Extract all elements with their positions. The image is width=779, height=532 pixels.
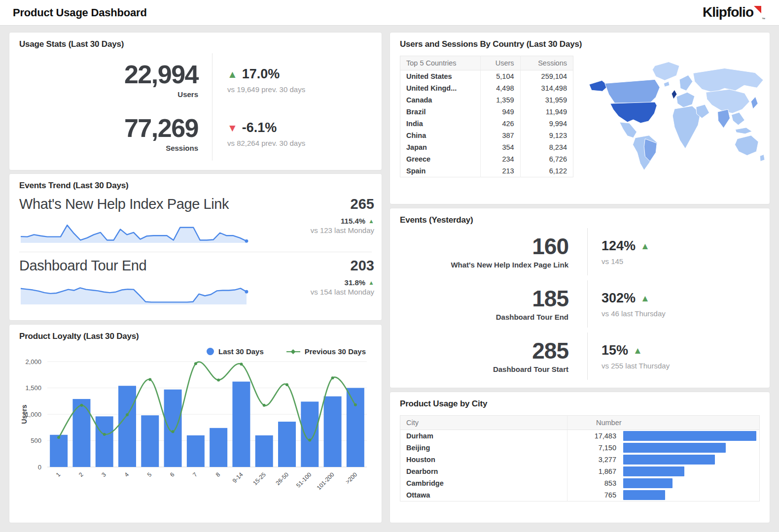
legend-label: Last 30 Days xyxy=(218,347,264,356)
country-cell: Japan xyxy=(400,141,481,153)
city-table: City Number Durham17,483Beijing7,150Hous… xyxy=(400,415,760,501)
table-row: Durham17,483 xyxy=(400,430,759,442)
klipfolio-flag-icon xyxy=(754,6,761,13)
blue-dot-icon xyxy=(207,348,214,355)
svg-text:8: 8 xyxy=(214,471,222,478)
sessions-cell: 9,123 xyxy=(520,130,573,141)
event-value: 185 xyxy=(532,287,568,310)
svg-text:500: 500 xyxy=(31,437,41,444)
chart-legend: Last 30 Days Previous 30 Days xyxy=(19,347,366,356)
country-table: Top 5 Countries Users Sessions United St… xyxy=(400,56,573,177)
scandinavia-region xyxy=(679,75,693,91)
city-usage-bar xyxy=(623,431,756,441)
svg-text:51-100: 51-100 xyxy=(295,471,313,489)
trend-left: Dashboard Tour End xyxy=(19,258,250,307)
svg-text:5: 5 xyxy=(146,471,153,478)
loyalty-bar xyxy=(324,397,342,467)
event-row-whats-new: 160 What's New Help Index Page Link 124%… xyxy=(400,228,760,275)
users-value: 22,994 xyxy=(124,62,198,88)
country-panel-title: Users and Sessions By Country (Last 30 D… xyxy=(400,39,760,49)
svg-text:1,500: 1,500 xyxy=(25,384,41,392)
greenland-region xyxy=(652,62,679,81)
sessions-cell: 259,104 xyxy=(520,70,573,83)
table-row: Spain2136,122 xyxy=(400,165,573,177)
users-cell: 4,498 xyxy=(481,82,521,94)
city-usage-bar xyxy=(623,490,665,500)
usa-region xyxy=(610,102,657,123)
trend-value: 203 xyxy=(351,258,374,274)
table-row: Greece2346,726 xyxy=(400,153,573,165)
event-compare-text: vs 145 xyxy=(602,257,760,266)
loyalty-bar xyxy=(118,386,136,467)
column-header-number: Number xyxy=(567,416,759,430)
usage-stats-grid: 22,994 Users 77,269 Sessions ▲ 17.0% vs … xyxy=(19,53,372,161)
sessions-delta: ▼ -6.1% vs 82,264 prev. 30 days xyxy=(227,107,372,161)
table-row: Japan3548,234 xyxy=(400,141,573,153)
number-cell: 1,867 xyxy=(567,466,616,477)
green-line-icon xyxy=(286,349,300,354)
trademark-symbol: ™ xyxy=(762,17,765,21)
svg-text:4: 4 xyxy=(123,471,130,478)
world-map-container xyxy=(577,56,774,177)
new-zealand-region xyxy=(760,155,765,162)
event-value: 285 xyxy=(532,339,568,362)
usage-stats-values: 22,994 Users 77,269 Sessions xyxy=(19,53,212,161)
city-usage-bar xyxy=(623,478,673,488)
event-label: Dashboard Tour End xyxy=(496,313,568,321)
bar-cell xyxy=(616,466,759,477)
city-cell: Cambridge xyxy=(400,477,567,489)
users-cell: 426 xyxy=(481,118,521,130)
legend-item-previous-30-days[interactable]: Previous 30 Days xyxy=(286,347,366,356)
country-cell: Canada xyxy=(400,94,481,106)
legend-item-last-30-days[interactable]: Last 30 Days xyxy=(207,347,264,356)
india-region xyxy=(718,109,730,128)
country-cell: Greece xyxy=(400,153,481,165)
usage-stats-deltas: ▲ 17.0% vs 19,649 prev. 30 days ▼ -6.1% … xyxy=(212,53,372,161)
svg-text:15-25: 15-25 xyxy=(251,471,267,487)
down-arrow-icon: ▼ xyxy=(227,123,238,133)
table-row: Canada1,35931,959 xyxy=(400,94,573,106)
up-arrow-icon: ▲ xyxy=(368,280,374,286)
number-cell: 3,277 xyxy=(567,454,616,466)
trend-stats: 203 31.8% ▲ vs 154 last Monday xyxy=(250,258,374,307)
sessions-delta-value: -6.1% xyxy=(242,120,277,135)
city-cell: Beijing xyxy=(400,442,567,454)
users-cell: 354 xyxy=(481,141,521,153)
event-row-tour-start: 285 Dashboard Tour Start 15% ▲ vs 255 la… xyxy=(400,332,760,380)
city-cell: Dearborn xyxy=(400,466,567,477)
up-arrow-icon: ▲ xyxy=(227,69,238,79)
trend-value: 265 xyxy=(351,196,374,212)
number-cell: 853 xyxy=(567,477,616,489)
indonesia-region xyxy=(735,128,752,134)
trend-row-tour-end: Dashboard Tour End 203 31.8% ▲ vs 154 la… xyxy=(19,252,372,313)
svg-text:101-200: 101-200 xyxy=(316,471,336,491)
europe-region xyxy=(676,92,695,107)
trend-event-name: What's New Help Index Page Link xyxy=(19,196,250,212)
svg-text:26-50: 26-50 xyxy=(275,471,290,487)
klipfolio-logo: Klipfolio ™ xyxy=(703,4,765,21)
trend-left: What's New Help Index Page Link xyxy=(19,196,250,245)
city-cell: Houston xyxy=(400,454,567,466)
australia-region xyxy=(735,135,758,156)
svg-text:9-14: 9-14 xyxy=(231,471,245,484)
event-delta-value: 302% xyxy=(602,291,636,306)
users-cell: 5,104 xyxy=(481,70,521,83)
events-trend-panel: Events Trend (Last 30 Days) What's New H… xyxy=(9,173,382,321)
loyalty-bar xyxy=(187,435,205,467)
loyalty-bar xyxy=(141,415,159,467)
trend-row-whats-new: What's New Help Index Page Link 265 115.… xyxy=(19,191,372,252)
table-row: China3879,123 xyxy=(400,130,573,141)
up-arrow-icon: ▲ xyxy=(640,241,650,251)
loyalty-combo-chart: 05001,0001,5002,000Users123456789-1415-2… xyxy=(19,356,373,503)
sparkline-chart xyxy=(19,217,250,245)
users-delta: ▲ 17.0% vs 19,649 prev. 30 days xyxy=(227,53,372,107)
loyalty-bar xyxy=(347,388,364,467)
mexico-region xyxy=(620,122,637,138)
japan-region xyxy=(751,97,758,109)
country-cell: Spain xyxy=(400,165,481,177)
product-loyalty-title: Product Loyalty (Last 30 Days) xyxy=(19,332,372,341)
sessions-compare-text: vs 82,264 prev. 30 days xyxy=(227,139,372,147)
bar-cell xyxy=(616,454,759,466)
country-table-body: United States5,104259,104United Kingd...… xyxy=(400,70,573,177)
city-usage-bar xyxy=(623,466,684,476)
